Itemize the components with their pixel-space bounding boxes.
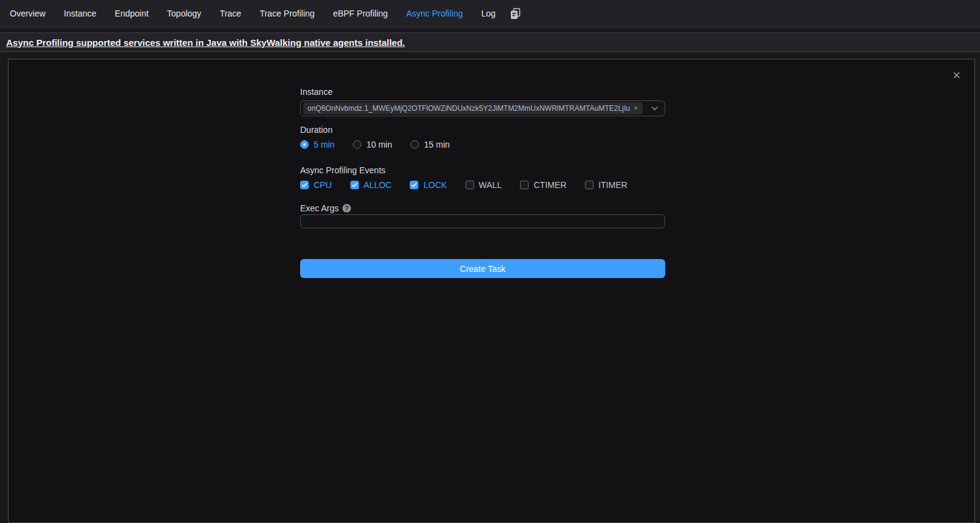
tab-trace-profiling[interactable]: Trace Profiling: [260, 0, 315, 28]
checkbox-alloc[interactable]: ALLOC: [350, 180, 392, 190]
checkbox-label: WALL: [479, 180, 502, 190]
instance-select[interactable]: onQ6OnNvbmdz.1_MWEyMjQ2OTFlOWZiNDUxNzk5Y…: [300, 100, 665, 116]
duration-label: Duration: [300, 124, 665, 135]
instance-label: Instance: [300, 86, 665, 97]
checkbox-itimer[interactable]: ITIMER: [585, 180, 627, 190]
checkbox-label: ITIMER: [598, 180, 627, 190]
events-label: Async Profiling Events: [300, 165, 665, 176]
radio-15-min[interactable]: 15 min: [410, 140, 450, 149]
tag-remove-icon[interactable]: ×: [634, 105, 638, 112]
checkbox-box-icon: [585, 181, 594, 189]
radio-circle-icon: [353, 140, 361, 149]
create-task-panel: ✕ Instance onQ6OnNvbmdz.1_MWEyMjQ2OTFlOW…: [8, 59, 975, 523]
close-icon[interactable]: ✕: [952, 70, 961, 81]
instance-selected-tag: onQ6OnNvbmdz.1_MWEyMjQ2OTFlOWZiNDUxNzk5Y…: [303, 102, 643, 115]
copy-document-icon[interactable]: [510, 8, 521, 20]
chevron-down-icon: [651, 106, 658, 111]
tab-overview[interactable]: Overview: [10, 0, 45, 28]
tab-trace[interactable]: Trace: [220, 0, 241, 28]
tab-endpoint[interactable]: Endpoint: [115, 0, 148, 28]
checkbox-ctimer[interactable]: CTIMER: [520, 180, 567, 190]
radio-label: 10 min: [366, 140, 392, 149]
radio-circle-icon: [410, 140, 419, 149]
checkbox-check-icon: [350, 181, 359, 189]
tab-topology[interactable]: Topology: [167, 0, 202, 28]
checkbox-wall[interactable]: WALL: [466, 180, 502, 190]
checkbox-label: ALLOC: [364, 180, 392, 190]
checkbox-cpu[interactable]: CPU: [300, 180, 332, 190]
banner-link[interactable]: Async Profiling supported services writt…: [6, 37, 405, 48]
checkbox-label: CTIMER: [533, 180, 567, 190]
checkbox-check-icon: [410, 181, 418, 189]
checkbox-lock[interactable]: LOCK: [410, 180, 447, 190]
exec-args-input[interactable]: [300, 214, 665, 228]
info-banner: Async Profiling supported services writt…: [0, 32, 980, 52]
create-task-form: Instance onQ6OnNvbmdz.1_MWEyMjQ2OTFlOWZi…: [300, 86, 665, 278]
checkbox-box-icon: [466, 181, 474, 189]
tab-log[interactable]: Log: [481, 0, 496, 28]
tab-instance[interactable]: Instance: [64, 0, 96, 28]
radio-5-min[interactable]: 5 min: [300, 140, 334, 149]
checkbox-check-icon: [300, 181, 309, 189]
radio-10-min[interactable]: 10 min: [353, 140, 392, 149]
radio-circle-icon: [300, 140, 309, 149]
checkbox-label: LOCK: [423, 180, 447, 190]
checkbox-label: CPU: [314, 180, 332, 190]
create-task-button[interactable]: Create Task: [300, 259, 665, 278]
tab-async-profiling[interactable]: Async Profiling: [406, 0, 463, 28]
checkbox-box-icon: [520, 181, 529, 189]
radio-label: 15 min: [424, 140, 450, 149]
events-checkbox-group: CPU ALLOC LOCK WALL CTIMER: [300, 180, 665, 190]
duration-radio-group: 5 min 10 min 15 min: [300, 140, 665, 149]
instance-tag-text: onQ6OnNvbmdz.1_MWEyMjQ2OTFlOWZiNDUxNzk5Y…: [307, 104, 630, 113]
tab-ebpf-profiling[interactable]: eBPF Profiling: [333, 0, 388, 28]
exec-args-label: Exec Args: [300, 203, 339, 214]
top-navigation: Overview Instance Endpoint Topology Trac…: [0, 0, 980, 28]
radio-label: 5 min: [314, 140, 334, 149]
help-icon[interactable]: ?: [342, 204, 351, 213]
